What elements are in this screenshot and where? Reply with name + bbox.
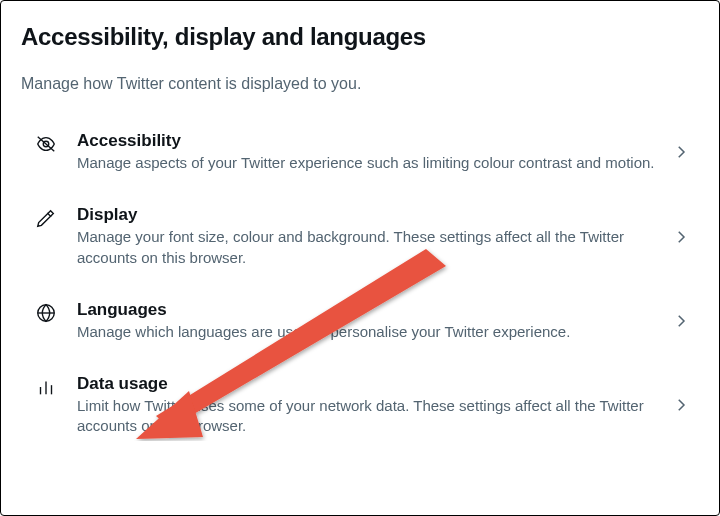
setting-row-data-usage[interactable]: Data usage Limit how Twitter uses some o… — [21, 358, 699, 453]
setting-texts: Accessibility Manage aspects of your Twi… — [77, 131, 671, 173]
setting-row-accessibility[interactable]: Accessibility Manage aspects of your Twi… — [21, 115, 699, 189]
setting-title: Data usage — [77, 374, 661, 394]
setting-texts: Data usage Limit how Twitter uses some o… — [77, 374, 671, 437]
setting-desc: Manage your font size, colour and backgr… — [77, 227, 661, 268]
page-title: Accessibility, display and languages — [21, 23, 699, 51]
setting-title: Display — [77, 205, 661, 225]
setting-texts: Languages Manage which languages are use… — [77, 300, 671, 342]
setting-title: Accessibility — [77, 131, 661, 151]
page-subtitle: Manage how Twitter content is displayed … — [21, 75, 699, 93]
setting-desc: Manage which languages are used to perso… — [77, 322, 661, 342]
chevron-right-icon — [671, 395, 691, 415]
bars-icon — [35, 376, 57, 398]
setting-row-display[interactable]: Display Manage your font size, colour an… — [21, 189, 699, 284]
setting-desc: Manage aspects of your Twitter experienc… — [77, 153, 661, 173]
chevron-right-icon — [671, 142, 691, 162]
setting-row-languages[interactable]: Languages Manage which languages are use… — [21, 284, 699, 358]
setting-texts: Display Manage your font size, colour an… — [77, 205, 671, 268]
globe-icon — [35, 302, 57, 324]
eye-off-icon — [35, 133, 57, 155]
brush-icon — [35, 207, 57, 229]
chevron-right-icon — [671, 311, 691, 331]
chevron-right-icon — [671, 227, 691, 247]
settings-list: Accessibility Manage aspects of your Twi… — [21, 115, 699, 453]
setting-desc: Limit how Twitter uses some of your netw… — [77, 396, 661, 437]
svg-line-1 — [38, 137, 55, 152]
setting-title: Languages — [77, 300, 661, 320]
